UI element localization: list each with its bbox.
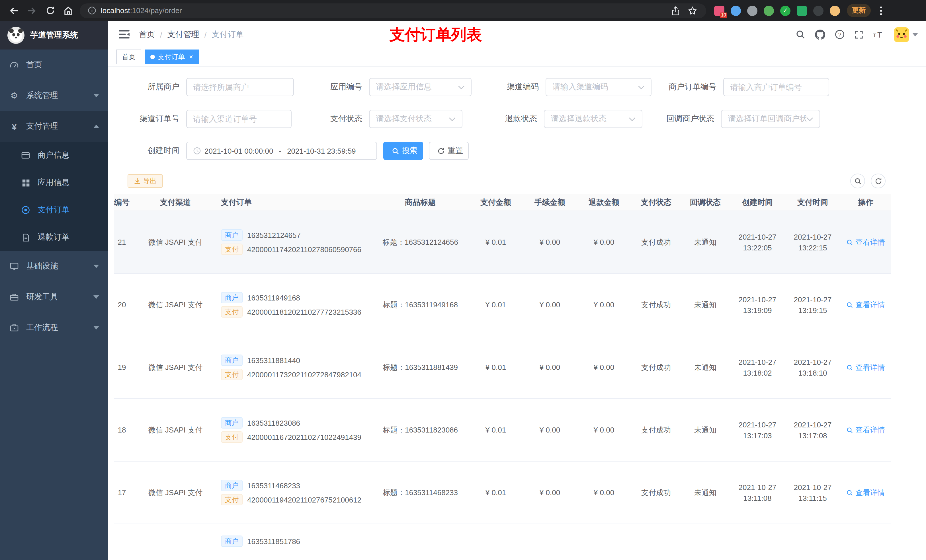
search-icon[interactable] [796, 30, 805, 39]
notify-status-cell: 未通知 [681, 300, 729, 310]
page-info-icon[interactable] [86, 4, 97, 17]
refresh-table-icon[interactable] [871, 174, 885, 189]
reset-button[interactable]: 重置 [429, 142, 469, 160]
payment-order-cell: 商户 1635312124657 支付 42000011742021102780… [221, 226, 372, 258]
view-detail-link[interactable]: 查看详情 [846, 362, 885, 373]
filter-label: 渠道订单号 [114, 114, 186, 124]
date-separator: - [279, 146, 281, 155]
export-button[interactable]: 导出 [127, 174, 163, 188]
tab-close-icon[interactable]: × [189, 53, 193, 60]
chevron-down-icon [94, 265, 99, 268]
reload-icon[interactable] [43, 4, 57, 17]
extension-badge: 10 [720, 12, 727, 18]
grid-icon [21, 178, 31, 187]
share-icon[interactable] [669, 4, 682, 17]
pay-status-cell: 支付成功 [631, 488, 681, 498]
font-size-icon[interactable]: TT [873, 30, 884, 39]
create-time-cell: 2021-10-2713:17:03 [729, 419, 785, 441]
sidebar-item-dev-tools[interactable]: 研发工具 [0, 282, 108, 312]
sidebar-item-system[interactable]: ⚙ 系统管理 [0, 80, 108, 111]
sidebar-item-home[interactable]: 首页 [0, 50, 108, 80]
user-avatar-menu[interactable] [894, 27, 918, 42]
home-icon[interactable] [62, 4, 75, 17]
sidebar-item-label: 系统管理 [26, 91, 58, 101]
pay-order-no: 4200001181202110277723215336 [247, 308, 362, 316]
column-header: 支付订单 [221, 197, 372, 207]
merchant-select[interactable] [186, 78, 294, 96]
extension-icon[interactable] [764, 5, 774, 16]
chevron-down-icon [94, 295, 99, 299]
hamburger-icon[interactable] [118, 30, 130, 39]
refund-status-select[interactable]: 请选择退款状态 [544, 110, 642, 128]
table-row: 21 微信 JSAPI 支付 商户 1635312124657 支付 42000… [114, 211, 891, 274]
column-header: 支付渠道 [130, 197, 221, 207]
tab-pay-order[interactable]: 支付订单 × [145, 50, 199, 64]
sidebar-item-refund-order[interactable]: 退款订单 [0, 223, 108, 251]
fullscreen-icon[interactable] [854, 30, 863, 39]
bookmark-star-icon[interactable] [686, 4, 699, 17]
refund-amount-cell: ¥ 0.00 [577, 300, 631, 309]
extension-icon[interactable] [747, 5, 757, 16]
create-time-cell: 2021-10-2713:22:05 [729, 231, 785, 253]
date-start: 2021-10-01 00:00:00 [204, 146, 273, 155]
table-header: 编号 支付渠道 支付订单 商品标题 支付金额 手续金额 退款金额 支付状态 回调… [114, 194, 891, 211]
profile-avatar-icon[interactable] [830, 5, 840, 16]
document-icon [21, 233, 31, 242]
callback-status-select[interactable]: 请选择订单回调商户状态 [721, 110, 820, 128]
target-icon [21, 205, 31, 214]
action-cell: 查看详情 [840, 425, 891, 435]
breadcrumb-home[interactable]: 首页 [139, 29, 155, 39]
merchant-order-no-input[interactable] [723, 78, 829, 96]
sidebar-item-app-info[interactable]: 应用信息 [0, 169, 108, 196]
extension-icon[interactable] [731, 5, 741, 16]
help-icon[interactable]: ? [835, 30, 844, 39]
tab-home[interactable]: 首页 [116, 50, 141, 64]
view-detail-link[interactable]: 查看详情 [846, 237, 885, 247]
sidebar-item-merchant-info[interactable]: 商户信息 [0, 142, 108, 169]
channel-order-no-input[interactable] [186, 110, 292, 128]
toolbox-icon [9, 293, 20, 302]
create-time-range-picker[interactable]: 2021-10-01 00:00:00 - 2021-10-31 23:59:5… [186, 142, 377, 160]
browser-menu-icon[interactable] [874, 4, 888, 17]
order-id-cell: 19 [114, 363, 130, 371]
search-button[interactable]: 搜索 [383, 142, 423, 160]
payment-submenu: 商户信息 应用信息 支付订单 [0, 142, 108, 251]
breadcrumb-pay-manage[interactable]: 支付管理 [168, 29, 199, 39]
column-header: 操作 [840, 197, 891, 207]
sidebar-item-payment[interactable]: ¥ 支付管理 [0, 111, 108, 142]
pay-order-no: 4200001174202110278060590766 [247, 245, 362, 254]
view-detail-link[interactable]: 查看详情 [846, 488, 885, 498]
card-icon [21, 151, 31, 160]
channel-code-select[interactable]: 请输入渠道编码 [546, 78, 652, 96]
forward-icon[interactable] [25, 4, 39, 17]
pay-time-cell: 2021-10-2713:22:15 [785, 231, 840, 253]
browser-update-button[interactable]: 更新 [847, 4, 871, 17]
app-logo[interactable]: 芋道管理系统 [0, 21, 108, 50]
sidebar-item-label: 商户信息 [38, 150, 70, 160]
chevron-down-icon [94, 94, 99, 97]
view-detail-link[interactable]: 查看详情 [846, 300, 885, 310]
extension-icon[interactable] [797, 5, 807, 16]
pay-status-select[interactable]: 请选择支付状态 [369, 110, 462, 128]
pay-amount-cell: ¥ 0.01 [469, 363, 523, 371]
pay-order-no: 4200001167202110271022491439 [247, 433, 362, 441]
product-title-cell: 标题：1635312124656 [372, 237, 469, 247]
extension-icon[interactable]: 10 [714, 5, 725, 16]
active-dot-icon [150, 54, 155, 59]
product-title-cell: 标题：1635311823086 [372, 425, 469, 435]
sidebar-item-infrastructure[interactable]: 基础设施 [0, 251, 108, 282]
sidebar-item-workflow[interactable]: 工作流程 [0, 312, 108, 343]
url-bar[interactable]: localhost:1024/pay/order [80, 3, 706, 18]
github-icon[interactable] [815, 29, 825, 39]
view-detail-link[interactable]: 查看详情 [846, 425, 885, 435]
app-id-select[interactable]: 请选择应用信息 [369, 78, 472, 96]
chevron-down-icon [638, 85, 645, 89]
extension-icon[interactable] [813, 5, 823, 16]
back-icon[interactable] [7, 4, 21, 17]
extension-icon[interactable]: ✓ [780, 5, 790, 16]
toggle-search-icon[interactable] [850, 174, 865, 189]
refund-amount-cell: ¥ 0.00 [577, 238, 631, 246]
sidebar-item-pay-order[interactable]: 支付订单 [0, 196, 108, 223]
caret-down-icon [912, 33, 918, 36]
pay-tag: 支付 [221, 369, 243, 380]
